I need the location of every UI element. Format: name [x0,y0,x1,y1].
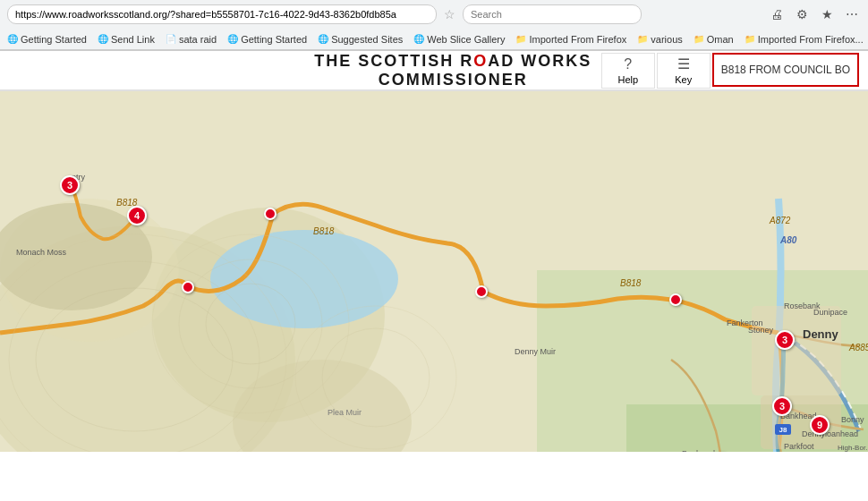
bookmark-suggested-sites[interactable]: 🌐 Suggested Sites [318,34,403,45]
marker-2[interactable]: 4 [127,206,147,225]
bookmark-getting-started-2[interactable]: 🌐 Getting Started [227,34,307,45]
marker-7[interactable]: 3 [775,330,795,350]
bookmark-various[interactable]: 📁 various [637,34,682,45]
key-icon: ☰ [677,55,690,72]
bookmark-sata-raid[interactable]: 📄 sata raid [166,34,217,45]
svg-text:B818: B818 [313,226,335,236]
marker-9[interactable]: 9 [810,415,830,435]
browser-chrome: ☆ 🖨 ⚙ ★ ⋯ 🌐 Getting Started 🌐 Send Link … [0,0,868,51]
browser-search-input[interactable] [463,4,642,24]
svg-text:Dennyloanhead: Dennyloanhead [802,429,858,438]
bookmarks-bar: 🌐 Getting Started 🌐 Send Link 📄 sata rai… [0,29,868,50]
header-buttons: ? Help ☰ Key B818 FROM COUNCIL BO [601,53,859,89]
svg-text:Dunipace: Dunipace [813,308,847,317]
svg-text:Parkfoot: Parkfoot [784,442,814,451]
bookmark-oman[interactable]: 📁 Oman [694,34,734,45]
marker-5[interactable] [475,285,488,298]
bookmark-imported-firefox2[interactable]: 📁 Imported From Firefox... [745,34,864,45]
help-label: Help [617,74,638,85]
svg-text:Bonny: Bonny [841,415,864,424]
bookmark-send-link[interactable]: 🌐 Send Link [98,34,155,45]
address-bar: ☆ 🖨 ⚙ ★ ⋯ [0,0,868,29]
svg-text:Plea Muir: Plea Muir [328,408,362,417]
bookmark-getting-started-1[interactable]: 🌐 Getting Started [7,34,87,45]
svg-text:Banknock: Banknock [682,449,718,452]
print-icon[interactable]: 🖨 [768,5,786,23]
svg-text:Monach Moss: Monach Moss [16,248,67,257]
marker-3[interactable] [264,208,277,220]
svg-text:Denny: Denny [803,327,839,341]
map-container[interactable]: J8 J7 J6A J6 B818 B818 B818 A872 A80 A88… [0,91,868,452]
header-search-value: B818 FROM COUNCIL BO [721,64,850,76]
bookmark-web-slice[interactable]: 🌐 Web Slice Gallery [413,34,505,45]
header-search-box[interactable]: B818 FROM COUNCIL BO [712,53,859,87]
key-label: Key [675,74,692,85]
marker-1[interactable]: 3 [60,175,80,195]
help-icon: ? [624,56,632,72]
svg-text:Stoney: Stoney [748,326,774,335]
star-icon[interactable]: ☆ [444,7,455,21]
marker-4[interactable] [182,281,194,293]
svg-text:Denny Muir: Denny Muir [515,347,556,356]
app-header: THE SCOTTISH ROAD WORKS COMMISSIONER ? H… [0,51,868,91]
svg-text:B818: B818 [620,278,642,288]
more-icon[interactable]: ⋯ [843,5,861,23]
browser-icons: 🖨 ⚙ ★ ⋯ [768,5,861,23]
key-button[interactable]: ☰ Key [657,53,711,89]
map-svg: J8 J7 J6A J6 B818 B818 B818 A872 A80 A88… [0,91,868,452]
app-logo: THE SCOTTISH ROAD WORKS COMMISSIONER [305,52,601,89]
svg-rect-17 [752,306,841,395]
svg-text:A80: A80 [779,235,797,245]
svg-text:A872: A872 [769,216,791,225]
svg-text:A885: A885 [848,343,868,352]
url-input[interactable] [7,4,437,24]
settings-icon[interactable]: ⚙ [793,5,811,23]
svg-text:High-Bor...: High-Bor... [838,444,868,452]
bookmark-imported-firefox[interactable]: 📁 Imported From Firefox [515,34,626,45]
favorites-icon[interactable]: ★ [818,5,836,23]
marker-6[interactable] [669,293,682,306]
help-button[interactable]: ? Help [601,53,655,89]
svg-text:J8: J8 [779,426,787,434]
marker-8[interactable]: 3 [772,396,792,416]
